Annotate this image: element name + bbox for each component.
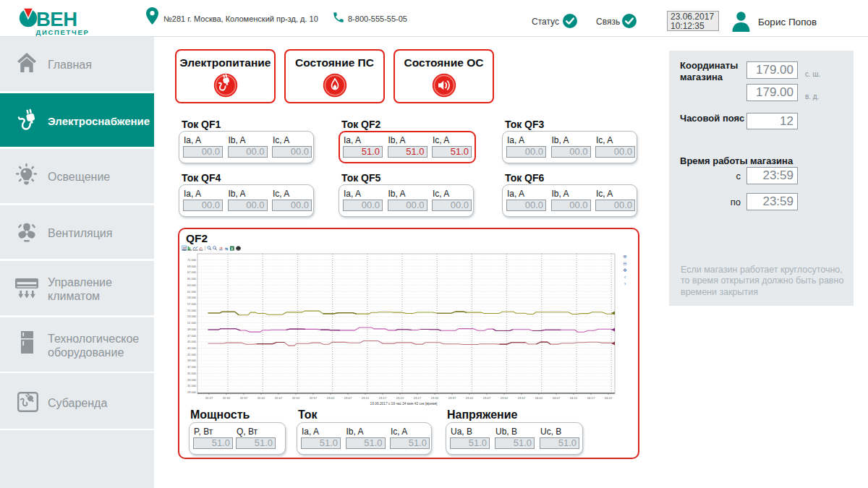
svg-text:23:52: 23:52	[501, 396, 509, 400]
svg-text:22:57: 22:57	[310, 396, 318, 400]
svg-text:23:47: 23:47	[483, 396, 491, 400]
svg-text:67 000: 67 000	[187, 270, 197, 274]
svg-text:›: ›	[624, 281, 626, 286]
svg-text:24:02: 24:02	[535, 396, 543, 400]
svg-text:24:22: 24:22	[605, 396, 613, 400]
svg-text:23:37: 23:37	[448, 396, 456, 400]
svg-text:31 000: 31 000	[187, 384, 197, 388]
svg-text:55 000: 55 000	[187, 309, 197, 312]
svg-text:59 000: 59 000	[187, 296, 197, 299]
svg-text:✥: ✥	[623, 267, 627, 273]
svg-text:57 000: 57 000	[187, 302, 197, 306]
svg-text:22:47: 22:47	[275, 396, 283, 400]
svg-text:49 000: 49 000	[187, 328, 197, 331]
svg-text:⊕: ⊕	[623, 254, 626, 259]
svg-text:23:32: 23:32	[431, 396, 439, 400]
svg-text:63 000: 63 000	[187, 283, 197, 287]
svg-text:23:17: 23:17	[379, 396, 387, 400]
svg-text:39 000: 39 000	[187, 359, 197, 362]
svg-text:22:37: 22:37	[240, 396, 248, 400]
svg-text:37 000: 37 000	[187, 365, 197, 369]
svg-text:45 000: 45 000	[187, 340, 197, 343]
svg-text:29 000: 29 000	[187, 390, 197, 394]
svg-text:51 000: 51 000	[187, 321, 197, 325]
svg-text:ДИСПЕТЧЕР: ДИСПЕТЧЕР	[36, 28, 90, 36]
svg-text:23:22: 23:22	[396, 396, 404, 400]
svg-text:69 000: 69 000	[187, 265, 197, 268]
svg-text:22:32: 22:32	[223, 396, 231, 400]
svg-text:23:02: 23:02	[327, 396, 335, 400]
svg-text:22:27: 22:27	[205, 396, 213, 400]
svg-text:35 000: 35 000	[187, 372, 197, 375]
svg-text:⇆: ⇆	[225, 247, 229, 251]
svg-text:23:57: 23:57	[518, 396, 526, 400]
svg-text:24:17: 24:17	[587, 396, 595, 400]
svg-text:⊖: ⊖	[623, 261, 626, 266]
svg-text:22:42: 22:42	[258, 396, 265, 400]
svg-text:33 000: 33 000	[187, 378, 197, 382]
svg-text:53 000: 53 000	[187, 314, 197, 318]
svg-text:‹: ‹	[624, 275, 626, 280]
svg-text:19.06.2017 с 19 час 24 мин 42: 19.06.2017 с 19 час 24 мин 42 сек [время…	[370, 402, 438, 406]
svg-text:61 000: 61 000	[187, 290, 197, 294]
svg-text:71 000: 71 000	[187, 258, 197, 262]
svg-text:47 000: 47 000	[187, 334, 197, 338]
svg-text:65 000: 65 000	[187, 277, 197, 281]
svg-text:23:27: 23:27	[414, 396, 422, 400]
svg-text:22:52: 22:52	[292, 396, 300, 400]
svg-text:23:07: 23:07	[344, 396, 352, 400]
svg-text:23:12: 23:12	[362, 396, 370, 400]
svg-text:23:42: 23:42	[466, 396, 474, 400]
svg-text:24:07: 24:07	[553, 396, 561, 400]
svg-text:41 000: 41 000	[187, 353, 197, 356]
svg-text:24:12: 24:12	[570, 396, 578, 400]
svg-text:ВЕН: ВЕН	[36, 8, 77, 30]
svg-text:43 000: 43 000	[187, 346, 197, 350]
